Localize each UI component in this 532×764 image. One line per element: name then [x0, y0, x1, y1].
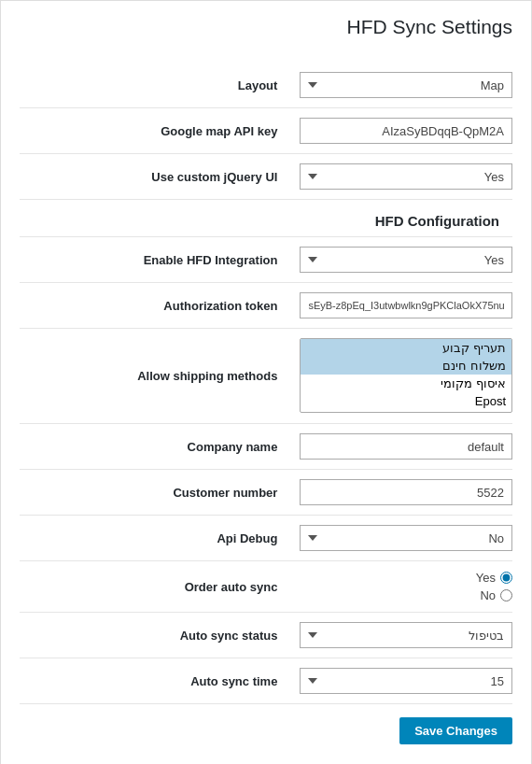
layout-label: Layout	[20, 63, 290, 108]
order-auto-sync-no-radio[interactable]	[500, 589, 512, 601]
layout-input-cell: Map	[290, 63, 512, 108]
enable-hfd-select-wrapper: Yes No	[300, 247, 512, 273]
auto-sync-time-label: Auto sync time	[20, 658, 290, 704]
auto-sync-status-label: Auto sync status	[20, 613, 290, 658]
order-auto-sync-no-text: No	[480, 588, 496, 602]
enable-hfd-label: Enable HFD Integration	[20, 237, 290, 283]
customer-number-row: Customer number	[20, 470, 512, 516]
auto-sync-status-select[interactable]: בטיפול	[300, 622, 512, 648]
save-button[interactable]: Save Changes	[399, 717, 512, 744]
shipping-option-3: איסוף מקומי	[301, 375, 511, 392]
custom-jquery-label: Use custom jQuery UI	[20, 154, 290, 200]
shipping-methods-label: Allow shipping methods	[20, 329, 290, 424]
save-row: Save Changes	[20, 704, 512, 749]
company-name-input[interactable]	[300, 433, 512, 460]
order-auto-sync-yes-radio[interactable]	[500, 572, 512, 584]
save-cell: Save Changes	[20, 704, 512, 749]
hfd-config-header-row: HFD Configuration	[20, 200, 512, 237]
google-api-input-cell	[290, 108, 512, 154]
page-title: HFD Sync Settings	[20, 16, 512, 46]
auto-sync-time-row: Auto sync time 15	[20, 658, 512, 704]
google-api-row: Google map API key	[20, 108, 512, 154]
settings-container: HFD Sync Settings Layout Map Google map …	[0, 0, 532, 764]
auto-sync-time-select-wrapper: 15	[300, 668, 512, 694]
auto-sync-status-row: Auto sync status בטיפול	[20, 613, 512, 658]
order-auto-sync-no-label[interactable]: No	[480, 588, 512, 602]
api-debug-select-wrapper: No Yes	[300, 525, 512, 551]
custom-jquery-select[interactable]: Yes No	[300, 163, 512, 190]
shipping-methods-input-cell: תעריף קבוע משלוח חינם איסוף מקומי Epost	[290, 329, 512, 424]
company-name-input-cell	[290, 424, 512, 470]
order-auto-sync-yes-label[interactable]: Yes	[476, 571, 512, 585]
hfd-config-header: HFD Configuration	[20, 200, 512, 237]
api-debug-input-cell: No Yes	[290, 516, 512, 561]
auth-token-row: Authorization token	[20, 283, 512, 329]
order-auto-sync-yes-text: Yes	[476, 571, 496, 585]
shipping-methods-row: Allow shipping methods תעריף קבוע משלוח …	[20, 329, 512, 424]
enable-hfd-row: Enable HFD Integration Yes No	[20, 237, 512, 283]
layout-row: Layout Map	[20, 63, 512, 108]
shipping-option-4: Epost	[301, 392, 511, 410]
enable-hfd-input-cell: Yes No	[290, 237, 512, 283]
auto-sync-status-select-wrapper: בטיפול	[300, 622, 512, 648]
custom-jquery-row: Use custom jQuery UI Yes No	[20, 154, 512, 200]
custom-jquery-select-wrapper: Yes No	[300, 163, 512, 190]
auto-sync-time-input-cell: 15	[290, 658, 512, 704]
google-api-label: Google map API key	[20, 108, 290, 154]
api-debug-label: Api Debug	[20, 516, 290, 561]
api-debug-row: Api Debug No Yes	[20, 516, 512, 561]
company-name-row: Company name	[20, 424, 512, 470]
order-auto-sync-label: Order auto sync	[20, 561, 290, 613]
api-debug-select[interactable]: No Yes	[300, 525, 512, 551]
customer-number-label: Customer number	[20, 470, 290, 516]
auth-token-input[interactable]	[300, 292, 512, 318]
auth-token-input-cell	[290, 283, 512, 329]
customer-number-input[interactable]	[300, 479, 512, 505]
auth-token-label: Authorization token	[20, 283, 290, 329]
google-api-input[interactable]	[300, 118, 512, 144]
auto-sync-time-select[interactable]: 15	[300, 668, 512, 694]
shipping-option-2: משלוח חינם	[301, 357, 511, 375]
shipping-methods-listbox[interactable]: תעריף קבוע משלוח חינם איסוף מקומי Epost	[300, 338, 512, 413]
custom-jquery-input-cell: Yes No	[290, 154, 512, 200]
order-auto-sync-row: Order auto sync Yes No	[20, 561, 512, 613]
layout-select-wrapper: Map	[300, 72, 512, 98]
enable-hfd-select[interactable]: Yes No	[300, 247, 512, 273]
order-auto-sync-input-cell: Yes No	[290, 561, 512, 613]
order-auto-sync-radio-group: Yes No	[300, 571, 512, 602]
company-name-label: Company name	[20, 424, 290, 470]
shipping-option-1: תעריף קבוע	[301, 339, 511, 357]
layout-select[interactable]: Map	[300, 72, 512, 98]
auto-sync-status-input-cell: בטיפול	[290, 613, 512, 658]
settings-table: Layout Map Google map API key Use	[20, 63, 512, 748]
customer-number-input-cell	[290, 470, 512, 516]
